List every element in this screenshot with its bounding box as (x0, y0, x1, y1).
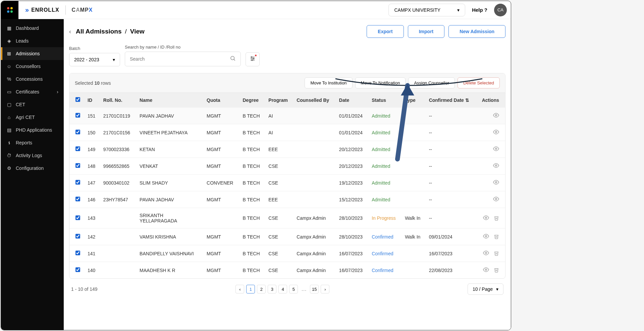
cell-quota (203, 208, 239, 228)
page-size-select[interactable]: 10 / Page ▾ (468, 283, 503, 295)
delete-icon[interactable] (494, 235, 499, 240)
view-icon[interactable] (483, 268, 489, 274)
sidebar-item-agri-cet[interactable]: ⌂Agri CET (1, 111, 64, 124)
sidebar-icon: ⏱ (6, 153, 12, 158)
cell-confirmed: -- (426, 141, 477, 158)
col-counselled[interactable]: Counselled By (293, 93, 336, 108)
batch-select[interactable]: 2022 - 2023 ▾ (69, 53, 120, 66)
view-icon[interactable] (483, 216, 489, 222)
cell-degree: B TECH (239, 208, 265, 228)
pagination: ‹12345…15› (235, 285, 329, 293)
svg-point-6 (253, 58, 254, 59)
cell-type: Walk In (401, 228, 425, 245)
page-button-3[interactable]: 3 (268, 285, 276, 293)
delete-icon[interactable] (494, 216, 499, 222)
view-icon[interactable] (493, 198, 499, 203)
breadcrumb-parent[interactable]: All Admissions (76, 28, 122, 35)
col-quota[interactable]: Quota (203, 93, 239, 108)
cell-degree: B TECH (239, 124, 265, 141)
sidebar-item-admissions[interactable]: ⊞Admissions (1, 47, 64, 60)
col-date[interactable]: Date (336, 93, 368, 108)
cell-roll (100, 208, 136, 228)
view-icon[interactable] (493, 181, 499, 186)
col-id[interactable]: ID (84, 93, 100, 108)
row-checkbox[interactable] (75, 215, 80, 220)
cell-confirmed: -- (426, 158, 477, 175)
view-icon[interactable] (493, 131, 499, 136)
cell-date: 15/12/2023 (336, 191, 368, 208)
assign-counsellor-button[interactable]: Assign Counsellor (408, 77, 455, 88)
row-checkbox[interactable] (75, 113, 80, 118)
sidebar-icon: ☺ (6, 64, 12, 69)
sidebar-item-configuration[interactable]: ⚙Configuration (1, 162, 64, 175)
col-status[interactable]: Status (368, 93, 401, 108)
cell-status: Confirmed (368, 262, 401, 279)
svg-point-10 (495, 148, 497, 150)
view-icon[interactable] (483, 252, 489, 257)
delete-icon[interactable] (494, 268, 499, 274)
page-button-5[interactable]: 5 (289, 285, 298, 293)
row-checkbox[interactable] (75, 163, 80, 168)
cell-date: 16/07/2023 (336, 262, 368, 279)
move-notification-button[interactable]: Move To Notification (355, 77, 406, 88)
row-checkbox[interactable] (75, 180, 80, 185)
avatar[interactable]: CA (494, 4, 507, 16)
col-type[interactable]: Type (401, 93, 425, 108)
page-button-1[interactable]: 1 (246, 285, 255, 293)
row-checkbox[interactable] (75, 146, 80, 151)
import-button[interactable]: Import (408, 25, 445, 38)
col-degree[interactable]: Degree (239, 93, 265, 108)
col-program[interactable]: Program (265, 93, 293, 108)
page-button-15[interactable]: 15 (310, 285, 319, 293)
sidebar-item-certificates[interactable]: ▭Certificates› (1, 85, 64, 98)
col-actions[interactable]: Actions (476, 93, 505, 108)
sidebar-item-reports[interactable]: ⫮Reports (1, 136, 64, 149)
sort-icon: ⇅ (465, 97, 469, 103)
view-icon[interactable] (483, 235, 489, 240)
table-row: 147 9000340102 SLIM SHADY CONVENER B TEC… (69, 175, 505, 191)
search-input[interactable] (130, 56, 230, 62)
view-icon[interactable] (493, 147, 499, 153)
filter-button[interactable] (246, 52, 260, 66)
row-checkbox[interactable] (75, 267, 80, 272)
search-icon (230, 55, 236, 63)
cell-program: CSE (265, 262, 293, 279)
sidebar-item-dashboard[interactable]: ▦Dashboard (1, 22, 64, 35)
row-checkbox[interactable] (75, 130, 80, 134)
sidebar-item-cet[interactable]: ▢CET (1, 98, 64, 111)
move-institution-button[interactable]: Move To Institution (305, 77, 352, 88)
col-name[interactable]: Name (136, 93, 203, 108)
help-link[interactable]: Help ? (472, 7, 487, 13)
page-prev-button[interactable]: ‹ (235, 285, 244, 293)
search-box[interactable] (125, 52, 241, 66)
cell-program: CSE (265, 228, 293, 245)
cell-counselled: Campx Admin (293, 228, 336, 245)
university-select[interactable]: CAMPX UNIVERSITY ▾ (388, 4, 465, 16)
sidebar-item-concessions[interactable]: %Concessions (1, 73, 64, 85)
sidebar-item-activity-logs[interactable]: ⏱Activity Logs (1, 149, 64, 162)
page-next-button[interactable]: › (321, 285, 329, 293)
view-icon[interactable] (493, 164, 499, 170)
new-admission-button[interactable]: New Admission (448, 25, 505, 38)
chevron-left-icon[interactable]: ‹ (69, 28, 71, 35)
cell-status: Confirmed (368, 245, 401, 262)
row-checkbox[interactable] (75, 251, 80, 255)
page-button-2[interactable]: 2 (257, 285, 266, 293)
row-checkbox[interactable] (75, 197, 80, 201)
delete-icon[interactable] (494, 252, 499, 257)
row-checkbox[interactable] (75, 234, 80, 239)
col-roll[interactable]: Roll. No. (100, 93, 136, 108)
select-all-checkbox[interactable] (75, 97, 80, 102)
delete-selected-button[interactable]: Delete Selected (458, 77, 500, 88)
export-button[interactable]: Export (367, 25, 404, 38)
cell-confirmed: 22/08/2023 (426, 262, 477, 279)
cell-id: 151 (84, 108, 100, 124)
sidebar-item-leads[interactable]: ◈Leads (1, 35, 64, 47)
view-icon[interactable] (493, 114, 499, 119)
sidebar-item-phd-applications[interactable]: ▤PHD Applications (1, 124, 64, 136)
page-button-4[interactable]: 4 (278, 285, 287, 293)
col-confirmed[interactable]: Confirmed Date⇅ (426, 93, 477, 108)
app-menu-button[interactable] (1, 1, 18, 19)
sidebar-item-counsellors[interactable]: ☺Counsellors (1, 60, 64, 73)
cell-type (401, 175, 425, 191)
